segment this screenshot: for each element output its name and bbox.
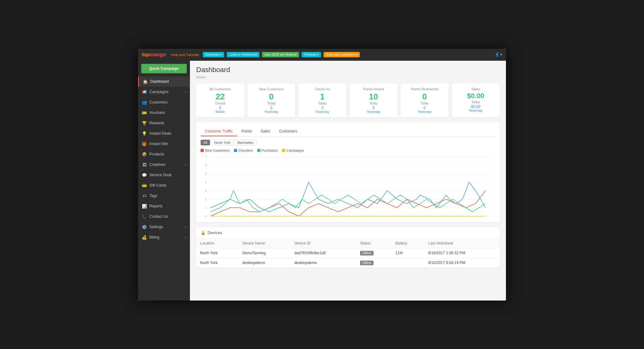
stats-row: All Customers 22 Overall 6 Mobile New Cu… [196,83,500,118]
stat-yesterday-new-customers: 0 [252,106,291,110]
sidebar-item-instant-deals[interactable]: 💡 Instant Deals [138,128,190,139]
legend-checkins: Checkins [234,149,253,152]
cell-device-name: desktopdemo [239,258,291,268]
sidebar-item-dashboard[interactable]: 🏠 Dashboard [138,76,190,87]
customers-icon: 👥 [142,100,147,105]
sidebar-item-products[interactable]: 📦 Products [138,149,190,160]
cell-location: North York [196,248,239,258]
status-badge: Offline [360,251,374,256]
stat-sublabel-points-issued: Today [354,102,393,105]
chart-card: Customer Traffic Points Sales Customers … [196,122,500,222]
svg-text:1: 1 [205,206,207,209]
sidebar-item-customers[interactable]: 👥 Customers [138,97,190,108]
sidebar-item-rewards[interactable]: 🏆 Rewards [138,118,190,128]
sidebar-item-tags[interactable]: 🏷 Tags [138,191,190,201]
sidebar-item-gift-cards[interactable]: 💳 Gift Cards [138,180,190,191]
creatives-icon: 🖼 [142,162,147,167]
svg-text:0: 0 [205,215,207,218]
main-content: Dashboard Home All Customers 22 Overall … [190,61,506,301]
stat-sublabel-sales: Today [456,100,496,104]
sidebar-item-creatives[interactable]: 🖼 Creatives › [138,160,190,170]
autoload-button[interactable]: Auto load customers ▾ [324,52,360,57]
stat-value-checkins: 1 [303,92,342,101]
sidebar-item-service-desk[interactable]: 💬 Service Desk [138,170,190,180]
sidebar-item-reports[interactable]: 📊 Reports [138,201,190,211]
table-row: North York desktopdemo desktopdemo Offli… [196,258,500,268]
user-arrow: ▾ [500,53,502,57]
stat-all-customers: All Customers 22 Overall 6 Mobile [196,83,244,118]
legend-dot-campaigns [282,149,285,152]
col-status: Status [356,239,391,248]
legend-dot-new-customers [201,149,204,152]
svg-text:6: 6 [205,164,207,167]
referral-button[interactable]: Earn $100 per Referral [262,52,299,57]
stat-sales: Sales $0.00 Today $0.00 Yesterday [452,83,500,118]
sidebar-item-instant-win[interactable]: 🎁 Instant Win [138,139,190,149]
testimonial-button[interactable]: Leave a Testimonial [227,52,259,57]
help-link[interactable]: Help and Tutorials [171,53,199,57]
stat-yesterday-points-issued: 0 [354,106,393,110]
home-icon: 🏠 [143,79,148,84]
chevron-right-icon-settings: › [185,225,186,229]
sidebar-label-instant-deals: Instant Deals [149,131,171,136]
sidebar-label-customers: Customers [149,100,168,104]
stat-yesterday-label-new-customers: Yesterday [252,110,291,114]
screen-wrapper: topmango Help and Tutorials Download ▾ L… [138,49,506,301]
logo: topmango [142,52,166,58]
rewards-icon: 🏆 [142,121,147,126]
sidebar-label-vouchers: Vouchers [149,110,165,115]
stat-points-redeemed: Points Redeemed 0 Today 0 Yesterday [401,83,449,118]
sidebar-label-campaigns: Campaigns [149,90,169,94]
instant-deals-icon: 💡 [142,131,147,136]
chart-svg: 0 1 2 3 4 5 6 7 [201,155,495,218]
chevron-right-icon-creatives: › [185,163,186,166]
vouchers-icon: 🎫 [142,110,147,115]
chart-area: 0 1 2 3 4 5 6 7 [201,155,495,218]
stat-title-all-customers: All Customers [201,87,240,91]
service-desk-icon: 💬 [142,173,147,177]
sidebar-label-instant-win: Instant Win [149,142,168,146]
stat-sublabel-all-customers: Overall [201,102,240,105]
topbar: topmango Help and Tutorials Download ▾ L… [138,49,506,61]
sidebar-item-contact-us[interactable]: 📞 Contact Us [138,211,190,222]
stat-title-points-redeemed: Points Redeemed [405,87,444,91]
cell-device-name: DemoTanning [239,248,291,258]
legend-label-campaigns: Campaigns [286,149,304,152]
sidebar-item-billing[interactable]: 💰 Billing › [138,232,190,243]
col-device-id: Device ID [291,239,356,248]
sidebar-label-tags: Tags [149,194,157,198]
legend-label-new-customers: New Customers [205,149,230,152]
sidebar-item-vouchers[interactable]: 🎫 Vouchers [138,108,190,118]
tab-sales[interactable]: Sales [256,127,275,136]
stat-title-sales: Sales [456,87,496,91]
billing-icon: 💰 [142,235,147,240]
filter-manhattan[interactable]: Manhattan [235,140,257,145]
stat-title-new-customers: New Customers [252,87,291,91]
quick-campaign-button[interactable]: Quick Campaign [141,64,187,73]
main-area: Quick Campaign 🏠 Dashboard 📢 Campaigns ›… [138,61,506,301]
gift-cards-icon: 💳 [142,183,147,188]
sidebar-label-creatives: Creatives [149,162,165,167]
cell-heartbeat: 8/16/2017 1:35:32 PM [425,248,500,258]
stat-yesterday-sales: $0.00 [456,104,496,109]
download-button[interactable]: Download ▾ [203,52,224,57]
promote-button[interactable]: Promote ▾ [302,52,321,57]
stat-yesterday-label-checkins: Yesterday [303,110,342,114]
filter-all[interactable]: All [201,140,210,145]
page-title: Dashboard [196,66,500,74]
cell-battery [391,258,424,268]
chevron-right-icon-billing: › [185,236,186,239]
tags-icon: 🏷 [142,194,147,198]
filter-north-york[interactable]: North York [211,140,233,145]
tab-customer-traffic[interactable]: Customer Traffic [201,127,237,136]
stat-value-points-redeemed: 0 [405,92,444,101]
tab-customers[interactable]: Customers [275,127,302,136]
sidebar-label-contact-us: Contact Us [149,214,168,219]
tab-points[interactable]: Points [237,127,256,136]
sidebar-item-settings[interactable]: ⚙️ Settings › [138,222,190,232]
user-menu[interactable]: 👤 ▾ [495,53,502,57]
sidebar-item-campaigns[interactable]: 📢 Campaigns › [138,87,190,97]
svg-text:2: 2 [205,198,207,201]
sidebar-label-rewards: Rewards [149,121,164,125]
stat-yesterday-label-sales: Yesterday [456,109,496,112]
